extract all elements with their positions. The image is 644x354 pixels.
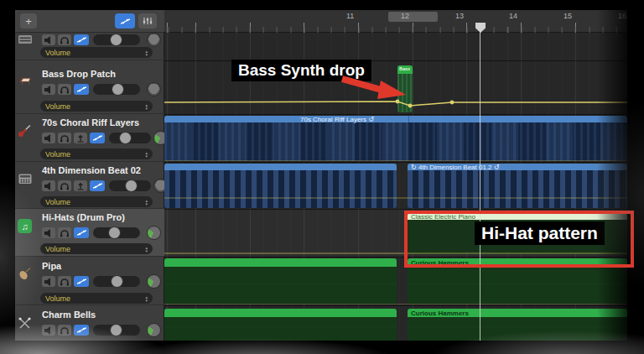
automation-parameter-label: Volume bbox=[45, 198, 70, 206]
track-row[interactable]: 70s Choral Riff Layers Volume ▴▾ bbox=[15, 114, 164, 162]
stepper-carets-icon: ▴▾ bbox=[145, 103, 148, 110]
bar-number: 12 bbox=[401, 12, 409, 20]
ruler-beat-ticks bbox=[164, 27, 627, 33]
track-automation-toggle[interactable] bbox=[74, 325, 89, 336]
volume-slider[interactable] bbox=[93, 227, 140, 238]
region-choral[interactable] bbox=[164, 116, 627, 161]
stepper-carets-icon: ▴▾ bbox=[145, 246, 148, 252]
synth-keyboard-icon bbox=[18, 74, 34, 89]
region-pipa-left[interactable] bbox=[164, 258, 397, 304]
pan-knob[interactable] bbox=[147, 226, 161, 240]
automation-parameter-select[interactable]: Volume ▴▾ bbox=[40, 196, 153, 207]
automation-curve-icon bbox=[120, 18, 131, 25]
track-name: 4th Dimension Beat 02 bbox=[42, 165, 141, 175]
track-header-panel: + bbox=[15, 10, 164, 341]
mute-button[interactable] bbox=[42, 227, 55, 238]
music-note-icon: ♫ bbox=[18, 219, 34, 234]
solo-button[interactable] bbox=[58, 180, 71, 191]
stepper-carets-icon: ▴▾ bbox=[145, 49, 148, 56]
mixer-faders-icon bbox=[143, 17, 153, 25]
volume-slider[interactable] bbox=[93, 34, 140, 45]
track-automation-toggle[interactable] bbox=[90, 180, 105, 191]
bar-number: 15 bbox=[564, 12, 572, 20]
add-track-button[interactable]: + bbox=[20, 13, 37, 29]
automation-view-button[interactable] bbox=[115, 13, 135, 29]
region-label: 70s Choral Riff Layers ↺ bbox=[300, 116, 374, 123]
bar-number: 13 bbox=[455, 12, 464, 20]
automation-parameter-label: Volume bbox=[45, 245, 70, 253]
volume-slider[interactable] bbox=[93, 84, 140, 95]
annotation-arrow bbox=[337, 72, 414, 102]
bar-number: 11 bbox=[346, 12, 354, 20]
automation-parameter-select[interactable]: Volume ▴▾ bbox=[40, 101, 153, 112]
solo-button[interactable] bbox=[58, 276, 71, 287]
pan-knob[interactable] bbox=[147, 274, 161, 289]
track-row[interactable]: 4th Dimension Beat 02 Volume ▴▾ bbox=[15, 162, 164, 209]
annotation-hihat-pattern: Hi-Hat pattern bbox=[475, 221, 605, 245]
track-automation-toggle[interactable] bbox=[74, 34, 89, 45]
pan-knob[interactable] bbox=[147, 323, 161, 337]
mixer-button[interactable] bbox=[138, 13, 157, 29]
volume-slider[interactable] bbox=[93, 276, 140, 287]
loop-icon: ↺ bbox=[494, 164, 500, 171]
track-row[interactable]: Bass Drop Patch Volume ▴▾ bbox=[15, 60, 164, 114]
track-row-selected[interactable]: ♫ Hi-Hats (Drum Pro) Volume ▴▾ bbox=[15, 209, 164, 257]
mute-button[interactable] bbox=[42, 84, 55, 95]
track-name: Charm Bells bbox=[42, 310, 96, 320]
solo-button[interactable] bbox=[58, 84, 71, 95]
mute-button[interactable] bbox=[42, 180, 55, 191]
region-charm-left[interactable] bbox=[164, 309, 397, 341]
mute-button[interactable] bbox=[42, 276, 55, 287]
bar-number: 14 bbox=[509, 12, 517, 20]
track-automation-toggle[interactable] bbox=[74, 84, 89, 95]
automation-parameter-label: Volume bbox=[45, 294, 70, 303]
volume-slider[interactable] bbox=[93, 325, 140, 336]
track-row[interactable]: Volume ▴▾ bbox=[15, 33, 164, 60]
automation-parameter-select[interactable]: Volume ▴▾ bbox=[40, 243, 153, 254]
solo-button[interactable] bbox=[58, 227, 71, 238]
solo-button[interactable] bbox=[58, 325, 71, 336]
automation-parameter-label: Volume bbox=[45, 49, 70, 57]
volume-slider[interactable] bbox=[109, 180, 151, 191]
mute-button[interactable] bbox=[42, 34, 55, 45]
region-beat-left[interactable] bbox=[164, 164, 397, 208]
stepper-carets-icon: ▴▾ bbox=[145, 295, 148, 302]
region-label: Curious Hammers bbox=[411, 310, 469, 317]
input-monitor-button[interactable] bbox=[74, 180, 87, 191]
alias-icon: ↻ bbox=[411, 164, 417, 171]
region-label: Bass bbox=[399, 66, 410, 71]
pan-knob[interactable] bbox=[147, 33, 161, 47]
stepper-carets-icon: ▴▾ bbox=[145, 151, 148, 158]
pan-knob[interactable] bbox=[147, 82, 161, 96]
playhead-line bbox=[480, 23, 480, 341]
automation-parameter-select[interactable]: Volume ▴▾ bbox=[40, 47, 153, 58]
amp-icon bbox=[18, 33, 34, 48]
mallets-icon bbox=[18, 316, 34, 331]
track-name: Bass Drop Patch bbox=[42, 69, 116, 79]
automation-parameter-select[interactable]: Volume ▴▾ bbox=[40, 148, 153, 159]
stepper-carets-icon: ▴▾ bbox=[145, 199, 148, 206]
automation-parameter-select[interactable]: Volume ▴▾ bbox=[40, 293, 153, 304]
tracks-toolbar: + bbox=[15, 10, 164, 33]
bar-number: 16 bbox=[618, 12, 626, 20]
loop-icon: ↺ bbox=[368, 116, 374, 123]
track-name: 70s Choral Riff Layers bbox=[42, 117, 139, 128]
electric-guitar-icon bbox=[18, 124, 34, 139]
cycle-range[interactable] bbox=[388, 12, 438, 22]
solo-button[interactable] bbox=[58, 133, 71, 143]
track-automation-toggle[interactable] bbox=[74, 276, 89, 287]
track-name: Pipa bbox=[42, 261, 61, 271]
mute-button[interactable] bbox=[42, 133, 55, 143]
track-automation-toggle[interactable] bbox=[90, 133, 105, 143]
automation-parameter-label: Volume bbox=[45, 150, 70, 159]
solo-button[interactable] bbox=[58, 34, 71, 45]
mute-button[interactable] bbox=[42, 325, 55, 336]
screenshot-stage: + bbox=[0, 0, 644, 354]
track-automation-toggle[interactable] bbox=[74, 227, 89, 238]
input-monitor-button[interactable] bbox=[74, 133, 87, 143]
track-row[interactable]: Pipa Volume ▴▾ bbox=[15, 257, 164, 305]
automation-parameter-label: Volume bbox=[45, 102, 70, 111]
track-row[interactable]: Charm Bells bbox=[15, 305, 164, 341]
volume-slider[interactable] bbox=[109, 133, 151, 143]
pipa-icon bbox=[18, 267, 34, 282]
